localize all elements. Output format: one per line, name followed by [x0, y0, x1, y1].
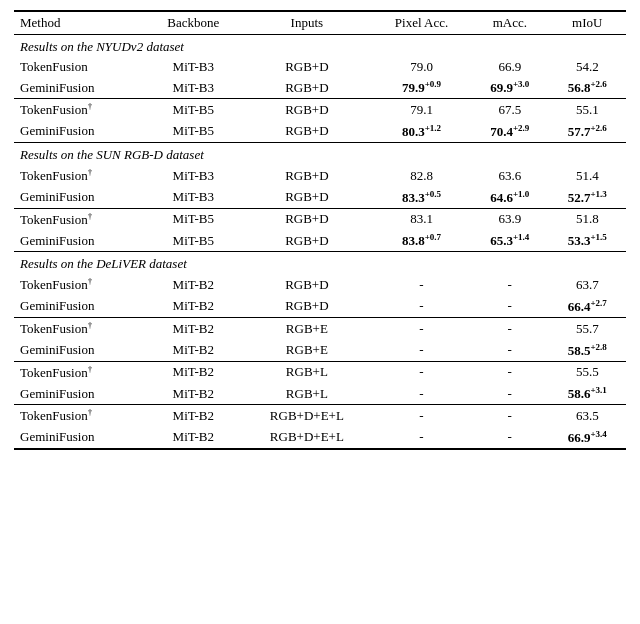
backbone-cell: MiT-B2	[145, 383, 242, 405]
macc-cell: 64.6+1.0	[471, 186, 548, 208]
pixacc-cell: 83.8+0.7	[372, 230, 471, 252]
macc-cell: -	[471, 274, 548, 295]
table-row: TokenFusion†MiT-B3RGB+D82.863.651.4	[14, 165, 626, 186]
table-row: GeminiFusionMiT-B5RGB+D80.3+1.270.4+2.95…	[14, 121, 626, 143]
backbone-cell: MiT-B5	[145, 230, 242, 252]
method-cell: TokenFusion†	[14, 361, 145, 383]
pixacc-cell: 79.1	[372, 99, 471, 121]
table-row: TokenFusion†MiT-B2RGB+L--55.5	[14, 361, 626, 383]
table-row: GeminiFusionMiT-B3RGB+D83.3+0.564.6+1.05…	[14, 186, 626, 208]
header-row: Method Backbone Inputs Pixel Acc. mAcc. …	[14, 11, 626, 35]
miou-cell: 55.1	[549, 99, 627, 121]
method-cell: TokenFusion†	[14, 208, 145, 230]
backbone-cell: MiT-B2	[145, 427, 242, 449]
inputs-cell: RGB+L	[242, 361, 372, 383]
inputs-cell: RGB+D	[242, 208, 372, 230]
table-row: GeminiFusionMiT-B5RGB+D83.8+0.765.3+1.45…	[14, 230, 626, 252]
backbone-cell: MiT-B3	[145, 77, 242, 99]
table-row: GeminiFusionMiT-B2RGB+D--66.4+2.7	[14, 296, 626, 318]
backbone-cell: MiT-B2	[145, 361, 242, 383]
miou-cell: 53.3+1.5	[549, 230, 627, 252]
macc-cell: -	[471, 383, 548, 405]
pixacc-cell: -	[372, 317, 471, 339]
pixacc-cell: -	[372, 427, 471, 449]
method-cell: GeminiFusion	[14, 186, 145, 208]
inputs-cell: RGB+D	[242, 296, 372, 318]
table-row: TokenFusion†MiT-B2RGB+D--63.7	[14, 274, 626, 295]
col-pixacc: Pixel Acc.	[372, 11, 471, 35]
macc-cell: -	[471, 296, 548, 318]
method-cell: TokenFusion†	[14, 165, 145, 186]
inputs-cell: RGB+D+E+L	[242, 427, 372, 449]
miou-cell: 51.4	[549, 165, 627, 186]
inputs-cell: RGB+D	[242, 186, 372, 208]
col-method: Method	[14, 11, 145, 35]
table-row: TokenFusion†MiT-B5RGB+D79.167.555.1	[14, 99, 626, 121]
table-row: GeminiFusionMiT-B2RGB+E--58.5+2.8	[14, 339, 626, 361]
backbone-cell: MiT-B2	[145, 405, 242, 427]
pixacc-cell: -	[372, 296, 471, 318]
inputs-cell: RGB+D	[242, 99, 372, 121]
pixacc-cell: 79.9+0.9	[372, 77, 471, 99]
miou-cell: 63.5	[549, 405, 627, 427]
method-cell: GeminiFusion	[14, 296, 145, 318]
pixacc-cell: -	[372, 405, 471, 427]
table-row: GeminiFusionMiT-B2RGB+L--58.6+3.1	[14, 383, 626, 405]
miou-cell: 51.8	[549, 208, 627, 230]
miou-cell: 55.5	[549, 361, 627, 383]
backbone-cell: MiT-B5	[145, 121, 242, 143]
col-inputs: Inputs	[242, 11, 372, 35]
backbone-cell: MiT-B2	[145, 296, 242, 318]
macc-cell: 65.3+1.4	[471, 230, 548, 252]
pixacc-cell: -	[372, 339, 471, 361]
inputs-cell: RGB+L	[242, 383, 372, 405]
section-header-row: Results on the NYUDv2 dataset	[14, 35, 626, 58]
macc-cell: 70.4+2.9	[471, 121, 548, 143]
inputs-cell: RGB+D	[242, 57, 372, 77]
pixacc-cell: 79.0	[372, 57, 471, 77]
method-cell: GeminiFusion	[14, 339, 145, 361]
col-macc: mAcc.	[471, 11, 548, 35]
inputs-cell: RGB+D	[242, 165, 372, 186]
macc-cell: 63.6	[471, 165, 548, 186]
results-table: Method Backbone Inputs Pixel Acc. mAcc. …	[14, 10, 626, 450]
inputs-cell: RGB+D	[242, 121, 372, 143]
macc-cell: -	[471, 427, 548, 449]
table-row: GeminiFusionMiT-B2RGB+D+E+L--66.9+3.4	[14, 427, 626, 449]
pixacc-cell: -	[372, 274, 471, 295]
method-cell: TokenFusion†	[14, 317, 145, 339]
backbone-cell: MiT-B2	[145, 317, 242, 339]
macc-cell: 66.9	[471, 57, 548, 77]
miou-cell: 54.2	[549, 57, 627, 77]
backbone-cell: MiT-B3	[145, 57, 242, 77]
method-cell: GeminiFusion	[14, 77, 145, 99]
miou-cell: 56.8+2.6	[549, 77, 627, 99]
macc-cell: -	[471, 405, 548, 427]
miou-cell: 58.6+3.1	[549, 383, 627, 405]
section-header-row: Results on the DeLiVER dataset	[14, 252, 626, 275]
pixacc-cell: -	[372, 383, 471, 405]
miou-cell: 63.7	[549, 274, 627, 295]
macc-cell: 69.9+3.0	[471, 77, 548, 99]
inputs-cell: RGB+D	[242, 274, 372, 295]
pixacc-cell: 80.3+1.2	[372, 121, 471, 143]
miou-cell: 55.7	[549, 317, 627, 339]
col-miou: mIoU	[549, 11, 627, 35]
macc-cell: 67.5	[471, 99, 548, 121]
backbone-cell: MiT-B2	[145, 274, 242, 295]
table-row: TokenFusion†MiT-B5RGB+D83.163.951.8	[14, 208, 626, 230]
miou-cell: 66.9+3.4	[549, 427, 627, 449]
macc-cell: -	[471, 339, 548, 361]
method-cell: GeminiFusion	[14, 427, 145, 449]
macc-cell: 63.9	[471, 208, 548, 230]
macc-cell: -	[471, 317, 548, 339]
method-cell: GeminiFusion	[14, 230, 145, 252]
backbone-cell: MiT-B5	[145, 208, 242, 230]
method-cell: TokenFusion†	[14, 405, 145, 427]
backbone-cell: MiT-B3	[145, 186, 242, 208]
table-row: GeminiFusionMiT-B3RGB+D79.9+0.969.9+3.05…	[14, 77, 626, 99]
table-row: TokenFusion†MiT-B2RGB+E--55.7	[14, 317, 626, 339]
miou-cell: 66.4+2.7	[549, 296, 627, 318]
inputs-cell: RGB+D+E+L	[242, 405, 372, 427]
method-cell: TokenFusion†	[14, 274, 145, 295]
